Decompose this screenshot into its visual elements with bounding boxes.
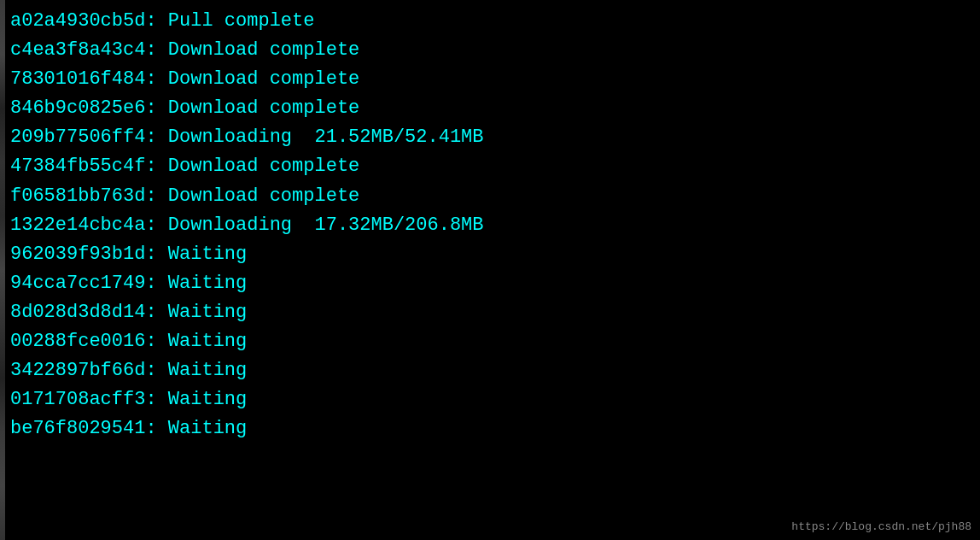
line-hash: 3422897bf66d — [10, 356, 145, 385]
line-status: Waiting — [168, 269, 247, 298]
left-border — [0, 0, 5, 540]
terminal-line: 209b77506ff4: Downloading 21.52MB/52.41M… — [10, 123, 970, 152]
line-hash: 47384fb55c4f — [10, 152, 145, 181]
line-hash: be76f8029541 — [10, 414, 145, 443]
line-status: Download complete — [168, 152, 359, 181]
line-status: Waiting — [168, 356, 247, 385]
line-hash: 0171708acff3 — [10, 385, 145, 414]
terminal-line: 3422897bf66d: Waiting — [10, 356, 970, 385]
line-status: Download complete — [168, 94, 359, 123]
line-status: Waiting — [168, 327, 247, 356]
line-hash: 846b9c0825e6 — [10, 94, 145, 123]
line-hash: 94cca7cc1749 — [10, 269, 145, 298]
terminal-line: be76f8029541: Waiting — [10, 414, 970, 443]
terminal-line: 1322e14cbc4a: Downloading 17.32MB/206.8M… — [10, 211, 970, 240]
terminal-line: 94cca7cc1749: Waiting — [10, 269, 970, 298]
line-hash: a02a4930cb5d — [10, 7, 145, 36]
line-hash: 1322e14cbc4a — [10, 211, 145, 240]
watermark: https://blog.csdn.net/pjh88 — [791, 520, 971, 533]
line-hash: c4ea3f8a43c4 — [10, 36, 145, 65]
terminal-line: 962039f93b1d: Waiting — [10, 240, 970, 269]
line-status: Downloading 21.52MB/52.41MB — [168, 123, 484, 152]
terminal-line: 0171708acff3: Waiting — [10, 385, 970, 414]
terminal-line: 00288fce0016: Waiting — [10, 327, 970, 356]
terminal-line: a02a4930cb5d: Pull complete — [10, 7, 970, 36]
line-hash: 78301016f484 — [10, 65, 145, 94]
line-status: Waiting — [168, 298, 247, 327]
terminal-line: c4ea3f8a43c4: Download complete — [10, 36, 970, 65]
line-hash: f06581bb763d — [10, 182, 145, 211]
line-status: Waiting — [168, 240, 247, 269]
line-hash: 00288fce0016 — [10, 327, 145, 356]
line-status: Download complete — [168, 182, 359, 211]
terminal-line: f06581bb763d: Download complete — [10, 182, 970, 211]
line-hash: 962039f93b1d — [10, 240, 145, 269]
terminal-line: 8d028d3d8d14: Waiting — [10, 298, 970, 327]
line-status: Download complete — [168, 36, 359, 65]
line-status: Downloading 17.32MB/206.8MB — [168, 211, 484, 240]
line-status: Waiting — [168, 414, 247, 443]
terminal-line: 846b9c0825e6: Download complete — [10, 94, 970, 123]
terminal-window: a02a4930cb5d: Pull completec4ea3f8a43c4:… — [0, 0, 980, 540]
terminal-lines: a02a4930cb5d: Pull completec4ea3f8a43c4:… — [10, 7, 970, 443]
line-hash: 209b77506ff4 — [10, 123, 145, 152]
terminal-line: 47384fb55c4f: Download complete — [10, 152, 970, 181]
line-status: Download complete — [168, 65, 359, 94]
line-status: Pull complete — [168, 7, 315, 36]
terminal-line: 78301016f484: Download complete — [10, 65, 970, 94]
line-status: Waiting — [168, 385, 247, 414]
line-hash: 8d028d3d8d14 — [10, 298, 145, 327]
